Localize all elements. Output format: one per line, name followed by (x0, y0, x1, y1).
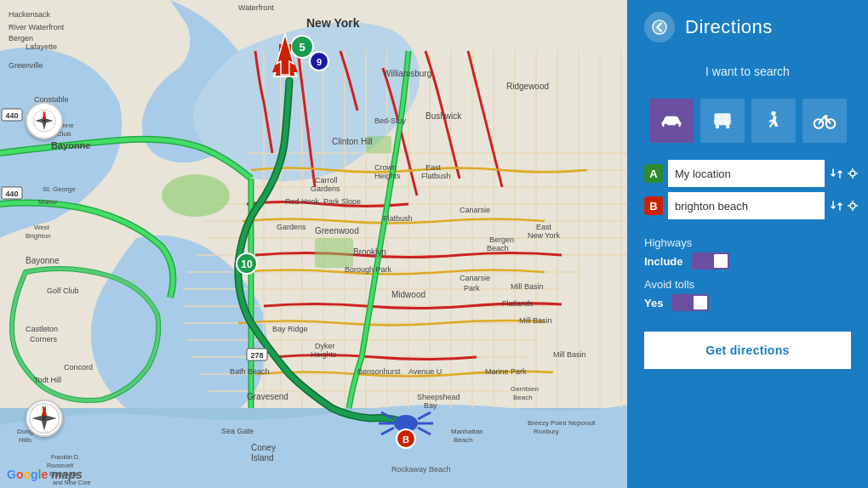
to-swap-icon[interactable] (830, 199, 843, 213)
highways-label: Highways (644, 236, 851, 249)
highways-toggle[interactable] (692, 253, 729, 270)
svg-text:N: N (43, 111, 46, 116)
locate-icon[interactable] (846, 167, 859, 180)
svg-text:Red Hook: Red Hook (285, 197, 320, 206)
svg-rect-169 (713, 120, 731, 122)
svg-point-174 (850, 171, 855, 176)
svg-text:Hills: Hills (19, 436, 31, 444)
get-directions-button[interactable]: Get directions (644, 332, 851, 369)
svg-text:East: East (425, 163, 442, 172)
svg-point-173 (825, 115, 828, 118)
svg-point-157 (42, 416, 46, 420)
svg-text:Todt Hill: Todt Hill (34, 376, 61, 384)
svg-text:West: West (34, 224, 50, 231)
transport-walk-button[interactable] (751, 99, 796, 143)
svg-text:Mill Basin: Mill Basin (519, 316, 552, 325)
to-locate-icon[interactable] (846, 199, 859, 213)
svg-text:New York: New York (528, 231, 561, 240)
svg-text:B: B (403, 434, 409, 445)
sidebar-header: Directions (627, 0, 868, 54)
transport-cycle-button[interactable] (802, 99, 847, 143)
compass-control-2[interactable]: N (26, 400, 63, 437)
svg-text:Breezy Point: Breezy Point (528, 419, 567, 427)
svg-text:Mill Basin: Mill Basin (553, 350, 586, 359)
point-a-label: A (644, 164, 663, 183)
svg-text:Flatlands: Flatlands (502, 299, 534, 308)
svg-text:Carroll: Carroll (315, 176, 338, 184)
svg-point-161 (675, 124, 678, 128)
search-hint: I want to search (627, 54, 868, 88)
svg-text:Clinton Hill: Clinton Hill (332, 137, 373, 146)
svg-text:440: 440 (5, 190, 18, 198)
svg-text:St. George: St. George (43, 185, 76, 193)
svg-text:10: 10 (241, 258, 253, 270)
map-area[interactable]: 5 9 10 B Bayonne Bayonne Golf Club Castl… (0, 0, 627, 488)
avoid-tolls-option: Avoid tolls Yes (644, 278, 851, 311)
point-b-label: B (644, 196, 663, 215)
svg-text:Beach: Beach (487, 244, 509, 253)
svg-text:Bergen: Bergen (9, 34, 33, 43)
route-inputs: A (627, 153, 868, 226)
svg-text:Castleton: Castleton (26, 325, 58, 333)
svg-text:Heights: Heights (311, 350, 337, 359)
svg-text:Gardens: Gardens (311, 184, 340, 193)
avoid-tolls-row: Yes (644, 294, 851, 311)
svg-text:River Waterfront: River Waterfront (9, 23, 65, 31)
transport-car-button[interactable] (649, 99, 694, 143)
svg-text:278: 278 (250, 351, 263, 360)
svg-point-179 (850, 203, 855, 208)
transport-transit-button[interactable] (700, 99, 745, 143)
svg-rect-164 (722, 115, 728, 119)
svg-text:Neponsit: Neponsit (568, 419, 596, 427)
svg-text:Brighton: Brighton (26, 232, 51, 240)
svg-text:Bergen: Bergen (489, 235, 514, 244)
svg-point-170 (771, 111, 775, 116)
svg-text:Gardens: Gardens (277, 223, 306, 231)
svg-text:Island: Island (251, 453, 274, 462)
svg-text:Beach: Beach (513, 394, 533, 401)
to-input-icons (830, 199, 859, 213)
swap-icon[interactable] (830, 167, 843, 180)
svg-text:Brooklyn: Brooklyn (353, 247, 386, 257)
svg-text:Franklin D.: Franklin D. (51, 454, 80, 460)
svg-point-160 (664, 124, 667, 128)
svg-point-150 (43, 119, 46, 122)
svg-text:Park: Park (464, 284, 480, 292)
svg-text:Ridgewood: Ridgewood (506, 82, 549, 91)
back-button[interactable] (644, 12, 675, 43)
svg-text:Marine Park: Marine Park (485, 367, 527, 376)
svg-text:5: 5 (299, 41, 305, 54)
svg-text:Avenue U: Avenue U (408, 367, 442, 376)
svg-text:Waterfront: Waterfront (238, 3, 274, 12)
svg-text:Manor: Manor (38, 198, 58, 206)
svg-text:Hackensack: Hackensack (9, 10, 51, 19)
svg-text:Bath Beach: Bath Beach (230, 367, 270, 376)
avoid-tolls-label: Avoid tolls (644, 278, 851, 291)
svg-text:Bay Ridge: Bay Ridge (272, 325, 308, 333)
svg-text:Bed-Stuy: Bed-Stuy (374, 116, 407, 125)
map-canvas: 5 9 10 B Bayonne Bayonne Golf Club Castl… (0, 0, 627, 488)
svg-text:Heights: Heights (374, 172, 401, 180)
svg-text:Coney: Coney (251, 443, 276, 452)
sidebar: Directions I want to search (627, 0, 868, 488)
avoid-tolls-toggle[interactable] (671, 294, 709, 311)
svg-text:Greenville: Greenville (9, 61, 43, 70)
google-maps-logo: Google maps (7, 468, 83, 481)
svg-text:Crown: Crown (374, 163, 397, 172)
svg-rect-163 (716, 115, 722, 119)
svg-text:Park Slope: Park Slope (323, 197, 361, 206)
svg-text:Midwood: Midwood (391, 290, 425, 299)
svg-text:Canarsie: Canarsie (460, 206, 490, 214)
svg-text:Rockaway Beach: Rockaway Beach (391, 465, 451, 474)
to-input-row: B (644, 192, 851, 219)
to-input[interactable] (668, 192, 825, 219)
svg-text:Bushwick: Bushwick (425, 111, 462, 121)
svg-text:Corners: Corners (30, 335, 58, 343)
svg-text:Sea Gate: Sea Gate (221, 427, 254, 435)
svg-text:Bay: Bay (424, 401, 437, 410)
from-input[interactable] (668, 160, 825, 187)
highways-option: Highways Include (644, 236, 851, 270)
compass-control[interactable]: N (26, 102, 63, 139)
svg-text:Flatbush: Flatbush (383, 214, 413, 223)
svg-text:Golf Club: Golf Club (47, 287, 79, 295)
